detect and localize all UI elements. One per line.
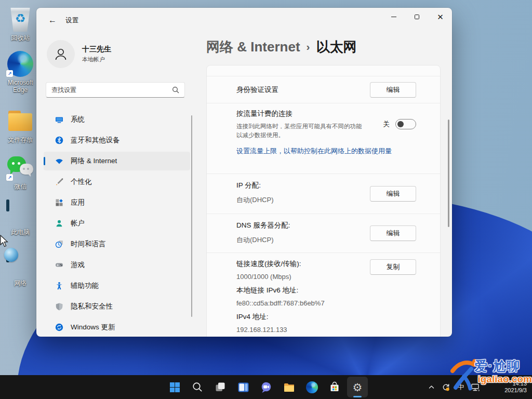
desktop-icon-this-pc[interactable]: 此电脑 xyxy=(2,201,38,236)
user-account-type: 本地帐户 xyxy=(82,56,111,63)
detail-value: 192.168.121.133 xyxy=(236,326,416,334)
back-button[interactable]: ← xyxy=(45,13,60,28)
apps-icon xyxy=(55,198,63,207)
sidebar-item-gaming[interactable]: 游戏 xyxy=(44,256,190,274)
taskbar-chat-button[interactable] xyxy=(256,377,276,397)
search-input[interactable] xyxy=(46,86,172,94)
clock[interactable]: 14:13 2021/9/3 xyxy=(504,380,527,394)
breadcrumb-separator: › xyxy=(307,41,310,52)
folder-icon xyxy=(6,108,34,134)
gaming-icon xyxy=(55,261,63,269)
sidebar-item-accounts[interactable]: 帐户 xyxy=(44,214,190,233)
search-icon xyxy=(192,381,203,393)
breadcrumb-parent[interactable]: 网络 & Internet xyxy=(206,39,300,55)
metered-connection-row: 按流量计费的连接 连接到此网络时，某些应用可能具有不同的功能以减少数据使用。 关… xyxy=(207,103,440,174)
sidebar-item-label: 网络 & Internet xyxy=(71,156,117,166)
settings-window: ← 设置 ✕ 十三先生 本地帐户 系统蓝牙和其他设备网络 & Internet个… xyxy=(36,8,452,337)
metered-description: 连接到此网络时，某些应用可能具有不同的功能以减少数据使用。 xyxy=(236,122,362,140)
desktop-icon-folder[interactable]: 文件存放 xyxy=(2,108,38,143)
sidebar-item-privacy[interactable]: 隐私和安全性 xyxy=(44,297,190,316)
mouse-cursor xyxy=(0,235,9,248)
taskbar-task-view-button[interactable] xyxy=(210,377,231,397)
user-account[interactable]: 十三先生 本地帐户 xyxy=(47,40,111,68)
breadcrumb: 网络 & Internet›以太网 xyxy=(206,38,357,56)
maximize-button[interactable] xyxy=(405,8,429,25)
sidebar-item-windows-update[interactable]: Windows 更新 xyxy=(44,318,190,337)
desktop-icon-label: 网络 xyxy=(14,280,26,287)
auth-edit-button[interactable]: 编辑 xyxy=(370,82,416,98)
toggle-knob xyxy=(397,121,404,127)
taskbar-start-button[interactable] xyxy=(164,377,185,397)
sidebar-item-wifi[interactable]: 网络 & Internet xyxy=(44,152,190,170)
taskbar-widgets-button[interactable] xyxy=(233,377,254,397)
sidebar-item-time-language[interactable]: 时间和语言 xyxy=(44,235,190,254)
taskbar-search-button[interactable] xyxy=(187,377,208,397)
desktop-icon-label: 文件存放 xyxy=(8,136,33,143)
privacy-icon xyxy=(55,302,63,311)
data-limit-link[interactable]: 设置流量上限，以帮助控制在此网络上的数据使用量 xyxy=(236,147,416,156)
recycle-bin-icon: ♻ xyxy=(6,6,34,32)
detail-label: IPv4 地址: xyxy=(236,312,416,322)
toggle-switch[interactable] xyxy=(395,119,416,129)
sidebar-item-label: 隐私和安全性 xyxy=(71,302,113,311)
taskbar-settings-button[interactable]: ⚙ xyxy=(347,377,368,397)
sidebar-item-label: 游戏 xyxy=(71,260,85,270)
desktop-icon-wechat[interactable]: ↗微信 xyxy=(2,155,38,190)
sidebar-item-apps[interactable]: 应用 xyxy=(44,193,190,212)
tray-date: 2021/9/3 xyxy=(504,387,527,394)
sidebar: 系统蓝牙和其他设备网络 & Internet个性化应用帐户时间和语言游戏辅助功能… xyxy=(44,110,190,337)
page-title: 以太网 xyxy=(316,39,357,55)
chevron-up-icon[interactable] xyxy=(428,384,435,391)
task-view-icon xyxy=(215,381,226,393)
accessibility-icon xyxy=(55,282,63,290)
dns-edit-button[interactable]: 编辑 xyxy=(370,225,416,241)
time-language-icon xyxy=(55,240,63,248)
ip-edit-button[interactable]: 编辑 xyxy=(370,186,416,202)
metered-toggle[interactable]: 关 xyxy=(383,119,417,129)
minimize-button[interactable] xyxy=(382,8,405,25)
detail-value: fe80::cd5a:bdff:7687:b6eb%7 xyxy=(236,299,416,307)
auth-settings-label: 身份验证设置 xyxy=(236,85,278,95)
sidebar-item-label: Windows 更新 xyxy=(71,323,115,332)
windows-update-icon xyxy=(55,323,63,331)
user-name: 十三先生 xyxy=(82,45,111,54)
sidebar-item-label: 个性化 xyxy=(71,177,92,187)
sidebar-item-system[interactable]: 系统 xyxy=(44,110,190,129)
network-icon xyxy=(6,251,34,277)
settings-icon: ⚙ xyxy=(353,382,363,393)
taskbar-store-button[interactable] xyxy=(324,377,345,397)
sidebar-item-label: 系统 xyxy=(71,115,85,124)
sidebar-item-accessibility[interactable]: 辅助功能 xyxy=(44,276,190,295)
taskbar-edge-button[interactable] xyxy=(301,377,322,397)
ethernet-icon[interactable] xyxy=(471,383,480,392)
sidebar-item-personalization[interactable]: 个性化 xyxy=(44,172,190,191)
auth-settings-row: 身份验证设置 编辑 xyxy=(207,76,440,103)
desktop-icon-recycle-bin[interactable]: ♻回收站 xyxy=(2,6,38,42)
sync-icon[interactable] xyxy=(442,383,450,392)
wifi-icon xyxy=(55,157,63,165)
sidebar-scrollbar[interactable] xyxy=(191,115,192,317)
search-box[interactable] xyxy=(46,82,185,98)
sidebar-item-bluetooth[interactable]: 蓝牙和其他设备 xyxy=(44,131,190,150)
wechat-icon: ↗ xyxy=(6,155,34,181)
system-icon xyxy=(55,115,63,124)
ip-assignment-row: IP 分配: 自动(DHCP) 编辑 xyxy=(207,174,440,214)
close-button[interactable]: ✕ xyxy=(429,8,452,25)
desktop-icon-edge[interactable]: ↗Microsoft Edge xyxy=(2,51,38,94)
desktop-icon-label: Microsoft Edge xyxy=(2,79,38,94)
link-details-row: 链接速度(接收/传输):1000/1000 (Mbps)本地链接 IPv6 地址… xyxy=(207,252,440,337)
scrolled-row-sliver xyxy=(207,65,440,76)
content-scrollbar[interactable] xyxy=(448,119,449,227)
tray-time: 14:13 xyxy=(504,380,527,387)
sidebar-item-label: 时间和语言 xyxy=(71,240,106,249)
file-explorer-icon xyxy=(283,381,295,393)
ime-indicator[interactable]: 中 xyxy=(457,382,464,392)
dns-assignment-row: DNS 服务器分配: 自动(DHCP) 编辑 xyxy=(207,214,440,252)
sidebar-item-label: 应用 xyxy=(71,198,85,207)
desktop-icon-network[interactable]: 网络 xyxy=(2,251,38,287)
taskbar-file-explorer-button[interactable] xyxy=(278,377,299,397)
toggle-state-label: 关 xyxy=(383,120,390,129)
copy-button[interactable]: 复制 xyxy=(370,259,416,275)
window-title: 设置 xyxy=(65,16,78,25)
detail-label: 本地链接 IPv6 地址: xyxy=(236,286,416,295)
